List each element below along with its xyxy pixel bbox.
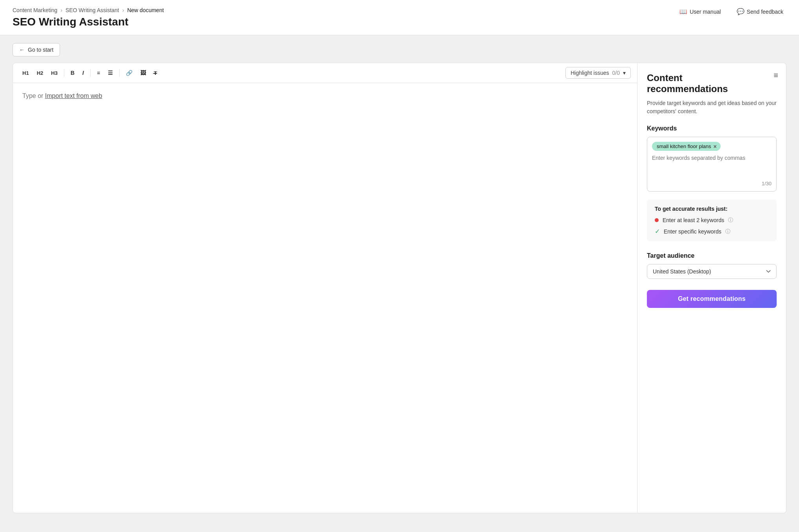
breadcrumb-part2: SEO Writing Assistant <box>65 7 119 13</box>
user-manual-label: User manual <box>690 9 721 15</box>
keyword-tag-text: small kitchen floor plans <box>657 143 711 149</box>
link-icon: 🔗 <box>126 70 133 76</box>
editor-placeholder-text: Type or <box>22 92 45 99</box>
keywords-counter: 1/30 <box>652 181 772 186</box>
info-item-0: Enter at least 2 keywords ⓘ <box>655 217 769 224</box>
unordered-list-icon: ☰ <box>108 70 113 76</box>
import-text-link[interactable]: Import text from web <box>45 92 102 99</box>
italic-button[interactable]: I <box>79 68 87 78</box>
top-bar: Content Marketing › SEO Writing Assistan… <box>0 0 799 35</box>
feedback-icon: 💬 <box>737 8 745 15</box>
editor-panel: H1 H2 H3 B I ≡ ☰ 🔗 🖼 T̶ Hig <box>13 63 637 513</box>
user-manual-button[interactable]: 📖 User manual <box>676 6 724 17</box>
image-icon: 🖼 <box>140 70 146 76</box>
send-feedback-button[interactable]: 💬 Send feedback <box>734 6 786 17</box>
audience-select[interactable]: United States (Desktop) United States (M… <box>647 264 777 279</box>
right-panel: ≡ Content recommendations Provide target… <box>637 63 786 513</box>
info-icon-0[interactable]: ⓘ <box>728 217 733 224</box>
info-box-title: To get accurate results just: <box>655 206 769 212</box>
chevron-down-icon: ▾ <box>623 70 626 76</box>
keyword-tag-remove-button[interactable]: × <box>714 144 717 149</box>
get-recommendations-button[interactable]: Get recommendations <box>647 290 777 308</box>
editor-body[interactable]: Type or Import text from web <box>13 83 637 513</box>
target-audience-label: Target audience <box>647 252 777 259</box>
toolbar-sep1 <box>64 69 64 77</box>
arrow-left-icon: ← <box>19 47 25 53</box>
info-icon-1[interactable]: ⓘ <box>725 228 730 235</box>
info-item-1: ✓ Enter specific keywords ⓘ <box>655 228 769 235</box>
book-icon: 📖 <box>679 8 687 15</box>
info-item-0-text: Enter at least 2 keywords <box>663 217 724 223</box>
panel-description: Provide target keywords and get ideas ba… <box>647 99 777 116</box>
top-actions: 📖 User manual 💬 Send feedback <box>676 6 786 17</box>
keywords-input[interactable] <box>652 155 772 181</box>
highlight-issues-label: Highlight issues <box>570 70 609 76</box>
keywords-section-label: Keywords <box>647 125 777 132</box>
heading3-button[interactable]: H3 <box>48 69 61 78</box>
send-feedback-label: Send feedback <box>747 9 783 15</box>
page-title-row: SEO Writing Assistant <box>13 16 786 28</box>
ordered-list-button[interactable]: ≡ <box>94 68 103 78</box>
link-button[interactable]: 🔗 <box>123 68 136 78</box>
panel-menu-icon[interactable]: ≡ <box>774 71 778 80</box>
unordered-list-button[interactable]: ☰ <box>105 68 116 78</box>
toolbar-sep3 <box>119 69 120 77</box>
image-button[interactable]: 🖼 <box>137 68 149 78</box>
breadcrumb: Content Marketing › SEO Writing Assistan… <box>13 7 786 13</box>
breadcrumb-part1: Content Marketing <box>13 7 57 13</box>
heading2-button[interactable]: H2 <box>34 69 47 78</box>
error-dot-icon <box>655 218 659 222</box>
breadcrumb-sep2: › <box>122 7 124 13</box>
target-audience-section: Target audience United States (Desktop) … <box>647 252 777 279</box>
keywords-tags-row: small kitchen floor plans × <box>652 142 772 151</box>
breadcrumb-part3: New document <box>127 7 163 13</box>
page-title: SEO Writing Assistant <box>13 16 129 28</box>
toolbar-row: ← Go to start <box>0 35 799 56</box>
editor-toolbar: H1 H2 H3 B I ≡ ☰ 🔗 🖼 T̶ Hig <box>13 63 637 83</box>
heading1-button[interactable]: H1 <box>19 69 32 78</box>
clear-format-button[interactable]: T̶ <box>151 69 160 78</box>
ordered-list-icon: ≡ <box>97 70 100 76</box>
highlight-issues-button[interactable]: Highlight issues 0/0 ▾ <box>565 67 631 79</box>
toolbar-sep2 <box>90 69 91 77</box>
keywords-box[interactable]: small kitchen floor plans × 1/30 <box>647 137 777 192</box>
go-to-start-label: Go to start <box>28 47 53 53</box>
panel-title: Content recommendations <box>647 72 764 94</box>
bold-button[interactable]: B <box>67 68 78 78</box>
keyword-tag: small kitchen floor plans × <box>652 142 721 151</box>
main-area: H1 H2 H3 B I ≡ ☰ 🔗 🖼 T̶ Hig <box>0 56 799 526</box>
check-icon: ✓ <box>655 228 660 235</box>
info-box: To get accurate results just: Enter at l… <box>647 199 777 241</box>
info-item-1-text: Enter specific keywords <box>664 228 721 235</box>
breadcrumb-sep1: › <box>60 7 62 13</box>
go-to-start-button[interactable]: ← Go to start <box>13 43 60 56</box>
clear-format-icon: T̶ <box>154 70 157 76</box>
highlight-score: 0/0 <box>612 70 620 76</box>
